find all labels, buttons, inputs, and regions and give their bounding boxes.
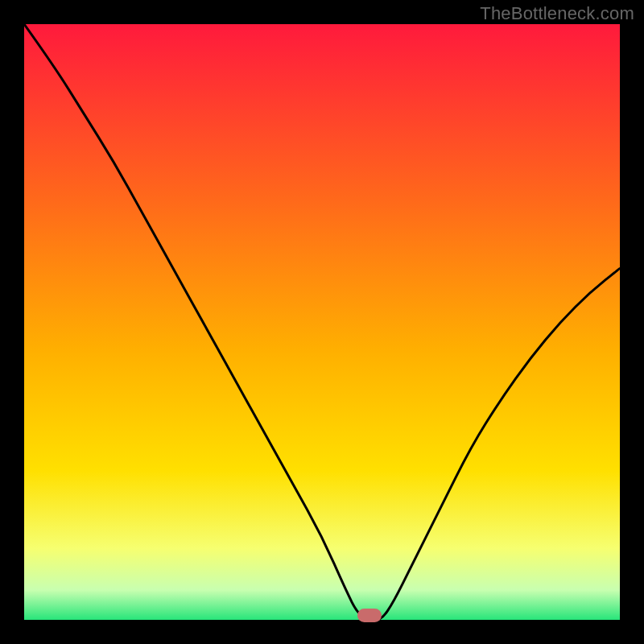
watermark-label: TheBottleneck.com bbox=[480, 3, 634, 24]
optimum-marker bbox=[357, 609, 382, 622]
chart-frame: TheBottleneck.com bbox=[0, 0, 644, 644]
gradient-background bbox=[24, 24, 620, 620]
bottleneck-chart bbox=[24, 24, 620, 620]
chart-svg bbox=[24, 24, 620, 620]
